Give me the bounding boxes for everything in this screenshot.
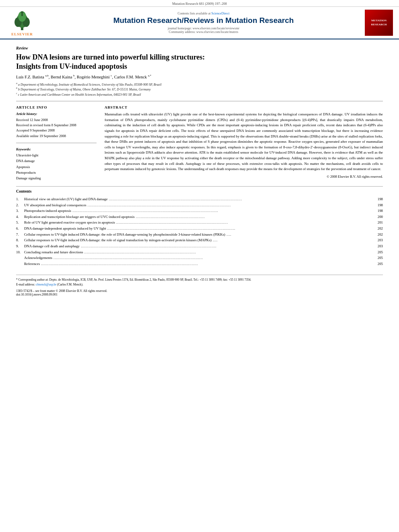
- contents-num-ref: [16, 261, 24, 267]
- footer-ids: 1383-5742/$ – see front matter © 2008 El…: [16, 289, 383, 296]
- journal-title-area: Contents lists available at ScienceDirec…: [44, 9, 363, 36]
- contents-item-10: 10. Concluding remarks and future direct…: [16, 250, 383, 255]
- contents-num-9: 9.: [16, 244, 24, 249]
- elsevier-tree-icon: [10, 9, 34, 31]
- journal-homepage: journal homepage: www.elsevier.com/locat…: [44, 27, 363, 34]
- history-label: Article history:: [16, 112, 97, 116]
- contents-title: Contents: [16, 189, 383, 193]
- elsevier-logo: ELSEVIER: [4, 9, 40, 36]
- article-info-col: ARTICLE INFO Article history: Received 1…: [16, 105, 97, 181]
- contents-label-ack: Acknowledgements .......................…: [24, 255, 371, 261]
- paper-title: How DNA lesions are turned into powerful…: [16, 53, 383, 71]
- contents-item-7: 7. Cellular responses to UV-light induce…: [16, 232, 383, 238]
- contents-page-7: 202: [371, 232, 383, 238]
- divider-2: [16, 143, 97, 143]
- contents-label-8: Cellular responses to UV-light induced D…: [24, 238, 371, 243]
- contents-num-1: 1.: [16, 197, 24, 202]
- keywords-list: Ultraviolet-light DNA damage Apoptosis P…: [16, 152, 97, 181]
- journal-title: Mutation Research/Reviews in Mutation Re…: [44, 16, 363, 25]
- contents-num-7: 7.: [16, 232, 24, 238]
- contents-page-8: 203: [371, 238, 383, 243]
- sciencedirect-line: Contents lists available at ScienceDirec…: [44, 12, 363, 15]
- contents-page-2: 198: [371, 203, 383, 208]
- abstract-heading: ABSTRACT: [105, 105, 383, 109]
- contents-num-4: 4.: [16, 214, 24, 220]
- article-dates: Received 12 June 2008 Received in revise…: [16, 117, 97, 139]
- corresponding-author-note: * Corresponding author at: Depto. de Mic…: [16, 277, 383, 287]
- email-name: (Carlos F.M. Menck).: [57, 283, 83, 286]
- contents-page-5: 201: [371, 220, 383, 226]
- keywords-label: Keywords:: [16, 147, 97, 151]
- main-content: Review How DNA lesions are turned into p…: [0, 39, 399, 304]
- email-label: E-mail address:: [16, 283, 36, 286]
- contents-item-2: 2. UV absorption and biological conseque…: [16, 203, 383, 208]
- contents-page-10: 205: [371, 250, 383, 255]
- divider-1: [16, 101, 383, 101]
- contents-page-1: 198: [371, 197, 383, 202]
- authors-line: Luís F.Z. Batista a,b, Bernd Kaina b, Ro…: [16, 74, 383, 79]
- contents-section: Contents 1. Historical view on ultraviol…: [16, 186, 383, 267]
- mutation-logo-text: MUTATIONRESEARCH: [371, 19, 387, 26]
- contents-label-1: Historical view on ultraviolet (UV) ligh…: [24, 197, 371, 202]
- page: Mutation Research 681 (2009) 197–208 ELS…: [0, 0, 399, 304]
- author-email-link[interactable]: cfmenck@usp.br: [36, 283, 56, 286]
- svg-point-5: [21, 11, 23, 14]
- contents-num-ack: [16, 255, 24, 261]
- contents-item-3: 3. Photoproducts-induced apoptosis .....…: [16, 208, 383, 214]
- contents-page-6: 202: [371, 226, 383, 232]
- abstract-text: Mammalian cells treated with ultraviolet…: [105, 112, 383, 172]
- mutation-logo-area: MUTATIONRESEARCH: [363, 9, 395, 36]
- contents-page-3: 198: [371, 208, 383, 214]
- contents-label-ref: References .............................…: [24, 261, 371, 267]
- contents-label-10: Concluding remarks and future directions…: [24, 250, 371, 255]
- contents-page-9: 203: [371, 244, 383, 249]
- contents-item-5: 5. Role of UV light generated reactive o…: [16, 220, 383, 226]
- contents-item-4: 4. Replication and transcription blockag…: [16, 214, 383, 220]
- contents-page-4: 200: [371, 214, 383, 220]
- contents-label-5: Role of UV light generated reactive oxyg…: [24, 220, 371, 226]
- journal-header: ELSEVIER Contents lists available at Sci…: [0, 7, 399, 39]
- contents-page-ref: 205: [371, 261, 383, 267]
- article-body: ARTICLE INFO Article history: Received 1…: [16, 105, 383, 181]
- mutation-logo-box: MUTATIONRESEARCH: [365, 10, 393, 36]
- contents-label-7: Cellular responses to UV-light induced D…: [24, 232, 371, 238]
- contents-num-3: 3.: [16, 208, 24, 214]
- contents-label-9: DNA damage cell death and autophagy ....…: [24, 244, 371, 249]
- contents-page-ack: 205: [371, 255, 383, 261]
- elsevier-text: ELSEVIER: [11, 32, 33, 36]
- contents-label-6: DNA damage-independent apoptosis induced…: [24, 226, 371, 232]
- contents-item-6: 6. DNA damage-independent apoptosis indu…: [16, 226, 383, 232]
- contents-item-ref: References .............................…: [16, 261, 383, 267]
- contents-item-ack: Acknowledgements .......................…: [16, 255, 383, 261]
- contents-num-5: 5.: [16, 220, 24, 226]
- contents-item-1: 1. Historical view on ultraviolet (UV) l…: [16, 197, 383, 202]
- review-label: Review: [16, 46, 383, 50]
- contents-label-2: UV absorption and biological consequence…: [24, 203, 371, 208]
- footer-section: * Corresponding author at: Depto. de Mic…: [16, 275, 383, 300]
- sciencedirect-link[interactable]: ScienceDirect: [212, 12, 230, 15]
- contents-label-4: Replication and transcription blockage a…: [24, 214, 371, 220]
- contents-label-3: Photoproducts-induced apoptosis ........…: [24, 208, 371, 214]
- contents-num-8: 8.: [16, 238, 24, 243]
- contents-item-9: 9. DNA damage cell death and autophagy .…: [16, 244, 383, 249]
- affiliations: a a Department of Microbiology, Institut…: [16, 82, 383, 97]
- contents-item-8: 8. Cellular responses to UV-light induce…: [16, 238, 383, 243]
- article-info-heading: ARTICLE INFO: [16, 105, 97, 109]
- svg-rect-6: [21, 14, 23, 16]
- contents-num-10: 10.: [16, 250, 24, 255]
- contents-num-2: 2.: [16, 203, 24, 208]
- journal-citation-bar: Mutation Research 681 (2009) 197–208: [0, 0, 399, 7]
- abstract-col: ABSTRACT Mammalian cells treated with ul…: [105, 105, 383, 181]
- journal-citation: Mutation Research 681 (2009) 197–208: [172, 2, 227, 6]
- contents-num-6: 6.: [16, 226, 24, 232]
- copyright-line: © 2008 Elsevier B.V. All rights reserved…: [105, 175, 383, 179]
